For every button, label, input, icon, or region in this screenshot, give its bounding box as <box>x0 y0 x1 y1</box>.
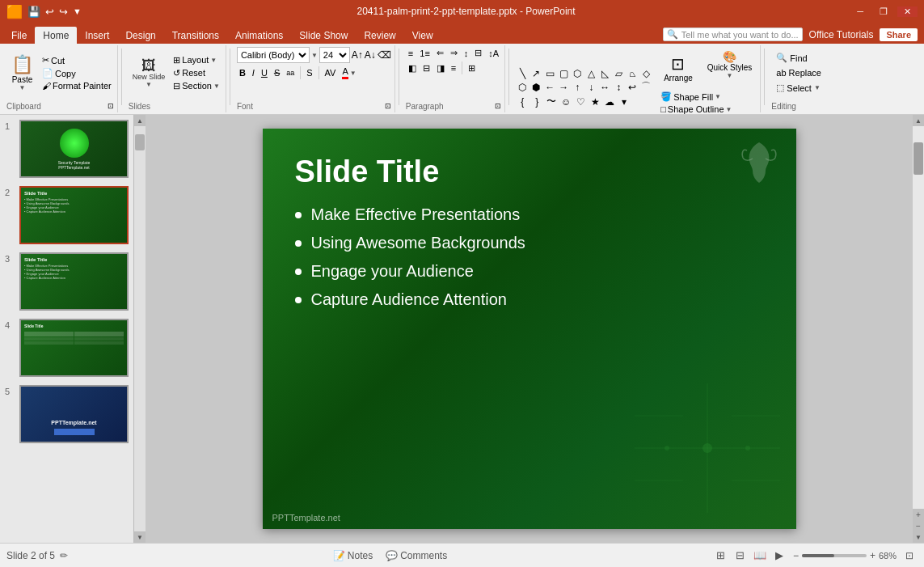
font-family-select[interactable]: Calibri (Body) <box>237 47 310 63</box>
slideshow-button[interactable]: ▶ <box>770 547 788 565</box>
main-slide[interactable]: Slide Title Make Effective Presentations… <box>263 129 796 529</box>
panel-scroll-up[interactable]: ▲ <box>134 115 146 126</box>
shape-rtri[interactable]: ◺ <box>598 67 611 80</box>
clear-format-icon[interactable]: ⌫ <box>378 49 391 61</box>
quick-styles-button[interactable]: 🎨 Quick Styles ▼ <box>702 47 757 89</box>
tab-home[interactable]: Home <box>35 27 77 44</box>
clipboard-expand-icon[interactable]: ⊡ <box>108 102 114 110</box>
font-color-button[interactable]: A ▼ <box>340 66 358 80</box>
format-painter-button[interactable]: 🖌 Format Painter <box>40 80 114 91</box>
search-box[interactable]: 🔍 Tell me what you want to do... <box>663 28 803 41</box>
shape-heart[interactable]: ♡ <box>574 95 587 108</box>
underline-button[interactable]: U <box>259 67 270 78</box>
new-slide-button[interactable]: 🖼 New Slide ▼ <box>129 52 170 94</box>
shape-fill-button[interactable]: 🪣 Shape Fill ▼ <box>657 91 757 103</box>
font-expand-icon[interactable]: ⊡ <box>385 102 391 110</box>
shape-udarrow[interactable]: ↕ <box>612 81 625 94</box>
shape-outline-button[interactable]: □ Shape Outline ▼ <box>657 104 757 115</box>
slide-thumb-1[interactable]: 1 Security TemplatePPTTemplate.net <box>3 118 130 180</box>
reset-button[interactable]: ↺ Reset <box>171 67 222 79</box>
tab-file[interactable]: File <box>3 27 35 44</box>
line-spacing-button[interactable]: ↕ <box>462 48 471 59</box>
reading-view-button[interactable]: 📖 <box>751 547 769 565</box>
shape-oct[interactable]: ⬢ <box>530 81 542 94</box>
replace-button[interactable]: ab Replace <box>771 66 826 79</box>
share-button[interactable]: Share <box>880 28 918 41</box>
copy-button[interactable]: 📄 Copy <box>40 67 114 79</box>
tab-insert[interactable]: Insert <box>77 27 117 44</box>
layout-button[interactable]: ⊞ Layout ▼ <box>171 54 222 66</box>
font-decrease-icon[interactable]: A↓ <box>365 49 376 61</box>
tab-transitions[interactable]: Transitions <box>164 27 227 44</box>
shape-diamond[interactable]: ◇ <box>639 67 652 80</box>
find-button[interactable]: 🔍 Find <box>771 51 826 65</box>
slide-img-1[interactable]: Security TemplatePPTTemplate.net <box>19 120 129 178</box>
shape-rect[interactable]: ▭ <box>543 67 556 80</box>
shape-line[interactable]: ╲ <box>516 67 529 80</box>
shape-para[interactable]: ▱ <box>612 67 625 80</box>
shape-rrect[interactable]: ▢ <box>557 67 570 80</box>
align-center-button[interactable]: ⊟ <box>420 62 432 74</box>
slide-img-2[interactable]: Slide Title • Make Effective Presentatio… <box>19 186 129 244</box>
panel-scroll-thumb[interactable] <box>135 134 145 150</box>
slide-thumb-3[interactable]: 3 Slide Title • Make Effective Presentat… <box>3 251 130 312</box>
slide-sorter-button[interactable]: ⊟ <box>732 547 749 565</box>
shape-bend[interactable]: ↩ <box>626 81 639 94</box>
panel-scroll-down[interactable]: ▼ <box>134 531 146 543</box>
slide-img-4[interactable]: Slide Title <box>19 319 129 377</box>
shape-more[interactable]: ▾ <box>618 95 631 108</box>
justify-button[interactable]: ≡ <box>449 62 458 74</box>
shape-snip[interactable]: ⬡ <box>571 67 584 80</box>
numbered-list-button[interactable]: 1≡ <box>417 48 432 59</box>
shape-star[interactable]: ★ <box>589 95 601 108</box>
strikethrough-button[interactable]: S <box>272 67 282 78</box>
slide-title[interactable]: Slide Title <box>295 154 764 189</box>
tab-slideshow[interactable]: Slide Show <box>291 27 356 44</box>
bullet-list-button[interactable]: ≡ <box>406 48 416 59</box>
zoom-out-button[interactable]: − <box>793 550 799 561</box>
tab-view[interactable]: View <box>404 27 441 44</box>
save-button[interactable]: 💾 <box>27 6 40 18</box>
slide-thumb-4[interactable]: 4 Slide Title <box>3 317 130 379</box>
notes-button[interactable]: 📝 Notes <box>328 548 378 563</box>
align-right-button[interactable]: ◨ <box>434 62 447 74</box>
bold-button[interactable]: B <box>237 67 248 78</box>
restore-button[interactable]: ❐ <box>873 6 894 17</box>
redo-button[interactable]: ↪ <box>59 6 68 18</box>
text-direction-button[interactable]: ↕A <box>486 48 501 59</box>
close-button[interactable]: ✕ <box>897 6 918 17</box>
shape-wave[interactable]: 〜 <box>545 95 558 108</box>
italic-button[interactable]: I <box>250 67 257 78</box>
font-shadow-button[interactable]: S <box>304 67 314 78</box>
tab-animations[interactable]: Animations <box>227 27 291 44</box>
increase-indent-button[interactable]: ⇒ <box>448 47 460 59</box>
shape-smile[interactable]: ☺ <box>559 95 572 108</box>
shape-curve[interactable]: ⌒ <box>639 81 652 94</box>
shape-brace2[interactable]: } <box>530 95 543 108</box>
shape-arrow[interactable]: ↗ <box>530 67 542 80</box>
small-caps-button[interactable]: aa <box>284 68 297 78</box>
shape-tri[interactable]: △ <box>584 67 597 80</box>
shape-darrow[interactable]: ↓ <box>584 81 597 94</box>
office-tutorials-link[interactable]: Office Tutorials <box>809 29 874 40</box>
font-spacing-button[interactable]: AV <box>323 67 339 78</box>
slide-thumb-5[interactable]: 5 PPTTemplate.net <box>3 383 130 445</box>
zoom-slider[interactable] <box>802 554 867 557</box>
right-scroll-thumb[interactable] <box>913 142 923 175</box>
shape-rarrow[interactable]: → <box>557 81 570 94</box>
tab-design[interactable]: Design <box>117 27 163 44</box>
tab-review[interactable]: Review <box>356 27 403 44</box>
columns-button[interactable]: ⊟ <box>472 47 484 59</box>
slide-img-3[interactable]: Slide Title • Make Effective Presentatio… <box>19 252 129 311</box>
shape-hex[interactable]: ⬡ <box>516 81 529 94</box>
right-scroll-down[interactable]: ▼ <box>913 531 924 543</box>
font-increase-icon[interactable]: A↑ <box>352 49 363 61</box>
zoom-in-button[interactable]: + <box>870 550 875 561</box>
right-scroll-up[interactable]: ▲ <box>913 115 924 126</box>
paste-button[interactable]: 📋 Paste ▼ <box>6 51 38 95</box>
select-button[interactable]: ⬚ Select ▼ <box>771 81 826 95</box>
decrease-indent-button[interactable]: ⇐ <box>434 47 446 59</box>
shape-larrow[interactable]: ← <box>543 81 556 94</box>
fit-slide-button[interactable]: ⊡ <box>901 548 918 564</box>
shape-brace1[interactable]: { <box>516 95 529 108</box>
